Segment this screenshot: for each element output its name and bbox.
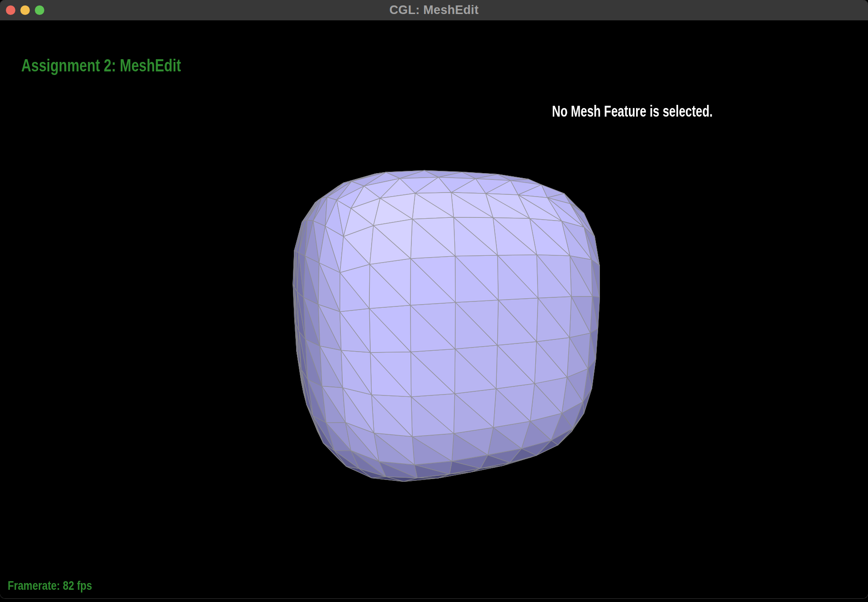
titlebar[interactable]: CGL: MeshEdit [0, 0, 868, 20]
zoom-button[interactable] [35, 5, 44, 15]
window-title: CGL: MeshEdit [389, 3, 478, 17]
mesh-viewport: Assignment 2: MeshEdit No Mesh Feature i… [0, 20, 868, 598]
traffic-lights [6, 0, 44, 20]
selection-status-text: No Mesh Feature is selected. [552, 103, 713, 120]
minimize-button[interactable] [20, 5, 30, 15]
app-window: CGL: MeshEdit Assignment 2: MeshEdit No … [0, 0, 868, 598]
mesh-canvas[interactable] [0, 20, 868, 598]
assignment-heading: Assignment 2: MeshEdit [21, 56, 181, 75]
framerate-text: Framerate: 82 fps [8, 579, 92, 592]
close-button[interactable] [6, 5, 15, 15]
